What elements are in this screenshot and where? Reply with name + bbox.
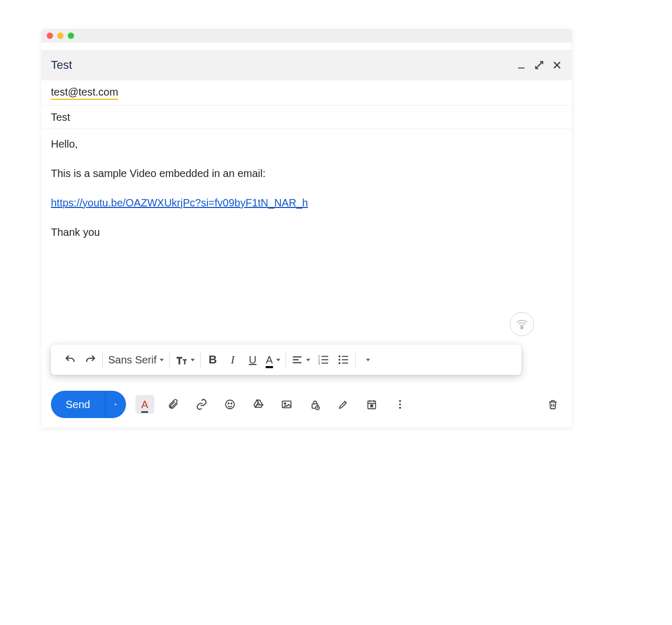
to-field-row[interactable]: test@test.com [41, 80, 572, 106]
svg-rect-14 [342, 356, 348, 357]
svg-rect-9 [321, 359, 328, 360]
body-intro: This is a sample Video embedded in an em… [51, 166, 562, 181]
body-closing: Thank you [51, 225, 562, 239]
to-recipient-chip[interactable]: test@test.com [51, 86, 118, 100]
insert-emoji-button[interactable] [220, 395, 239, 414]
mac-minimize-dot[interactable] [57, 33, 64, 39]
discard-draft-button[interactable] [543, 395, 562, 414]
font-family-select[interactable]: Sans Serif [108, 354, 164, 366]
insert-photo-button[interactable] [277, 395, 296, 414]
offline-status-icon [510, 312, 534, 336]
svg-point-29 [399, 400, 401, 402]
font-family-label: Sans Serif [108, 354, 156, 366]
more-options-button[interactable] [391, 395, 410, 414]
send-options-button[interactable] [105, 391, 126, 418]
compose-window: Test test@test.com Test Hello, This is a… [41, 29, 572, 428]
text-color-button[interactable]: A [266, 353, 280, 367]
svg-rect-28 [371, 405, 373, 407]
compose-header: Test [41, 50, 572, 80]
compose-body[interactable]: Hello, This is a sample Video embedded i… [41, 129, 572, 381]
svg-rect-8 [321, 356, 328, 357]
bulleted-list-button[interactable] [337, 353, 350, 367]
undo-button[interactable] [64, 353, 77, 367]
close-icon[interactable] [552, 60, 562, 70]
subject-text[interactable]: Test [51, 111, 70, 123]
body-greeting: Hello, [51, 137, 562, 151]
bold-button[interactable]: B [206, 353, 219, 367]
subject-field-row[interactable]: Test [41, 106, 572, 129]
font-size-button[interactable] [175, 353, 195, 367]
compose-title: Test [51, 58, 72, 72]
compose-window-controls [516, 60, 562, 70]
confidential-mode-button[interactable] [306, 395, 324, 414]
svg-point-11 [338, 356, 340, 358]
svg-rect-15 [342, 359, 348, 360]
numbered-list-button[interactable]: 123 [317, 353, 330, 367]
svg-rect-16 [342, 363, 348, 364]
insert-signature-button[interactable] [334, 395, 353, 414]
schedule-send-button[interactable] [362, 395, 381, 414]
mac-zoom-dot[interactable] [68, 33, 74, 39]
align-button[interactable] [291, 353, 310, 367]
caret-down-icon [160, 359, 164, 361]
minimize-icon[interactable] [516, 60, 527, 70]
body-link[interactable]: https://youtu.be/OAZWXUkrjPc?si=fv09byF1… [51, 197, 308, 209]
italic-button[interactable]: I [226, 353, 239, 367]
caret-down-icon [366, 359, 370, 361]
svg-rect-0 [518, 68, 524, 69]
background-peek [41, 43, 572, 50]
caret-down-icon [276, 359, 280, 361]
svg-text:3: 3 [318, 361, 320, 365]
svg-point-17 [225, 400, 234, 409]
svg-point-31 [399, 407, 401, 409]
caret-down-icon [306, 359, 310, 361]
send-button[interactable]: Send [51, 391, 126, 418]
insert-link-button[interactable] [192, 395, 211, 414]
svg-point-21 [284, 403, 286, 404]
svg-point-18 [228, 403, 229, 404]
svg-point-13 [338, 362, 340, 364]
svg-point-30 [399, 403, 401, 405]
svg-point-12 [338, 359, 340, 361]
popout-icon[interactable] [534, 60, 544, 70]
redo-button[interactable] [83, 353, 97, 367]
mac-close-dot[interactable] [47, 33, 53, 39]
underline-button[interactable]: U [246, 353, 259, 367]
mac-titlebar [41, 29, 572, 43]
send-button-label: Send [51, 399, 105, 411]
caret-down-icon [191, 359, 195, 361]
svg-rect-10 [321, 363, 328, 364]
formatting-toggle-button[interactable]: A [135, 395, 154, 414]
insert-drive-button[interactable] [249, 395, 268, 414]
attach-file-button[interactable] [164, 395, 183, 414]
format-toolbar: Sans Serif B I U A [51, 345, 521, 375]
more-formatting-button[interactable] [361, 353, 375, 367]
compose-action-bar: Send A [41, 381, 572, 428]
svg-point-19 [231, 403, 232, 404]
